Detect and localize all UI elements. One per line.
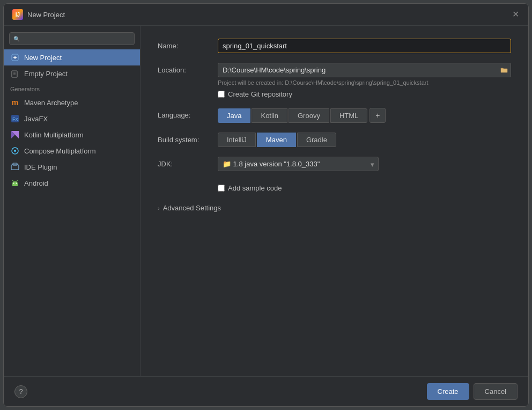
cancel-button[interactable]: Cancel [474,383,518,400]
footer-actions: Create Cancel [427,383,518,400]
create-button[interactable]: Create [427,383,469,400]
location-input[interactable] [218,63,511,77]
help-button[interactable]: ? [14,385,27,398]
sidebar-item-empty-project-label: Empty Project [24,70,68,78]
kotlin-multiplatform-icon [10,130,20,140]
sidebar-item-maven-archetype[interactable]: m Maven Archetype [4,94,140,111]
jdk-label: JDK: [158,157,211,168]
close-button[interactable]: ✕ [511,10,520,19]
advanced-settings-toggle[interactable]: › Advanced Settings [158,202,221,214]
javafx-icon: Fx [10,114,20,123]
app-icon: IJ [12,9,23,20]
location-hint: Project will be created in: D:\Course\HM… [218,79,511,86]
advanced-settings-section: › Advanced Settings [158,202,511,214]
jdk-row: JDK: 📁 1.8 java version "1.8.0_333" [158,157,511,171]
sample-code-field: Add sample code [218,181,511,192]
main-content: Name: Location: [141,26,528,376]
sidebar-item-new-project-label: New Project [24,54,62,62]
build-system-button-group: IntelliJ Maven Gradle [218,133,511,147]
generators-section-label: Generators [4,82,140,94]
sidebar-item-new-project[interactable]: New Project [4,49,140,65]
build-system-row: Build system: IntelliJ Maven Gradle [158,133,511,147]
name-input[interactable] [218,39,511,53]
svg-point-11 [14,150,16,152]
new-project-icon [10,53,20,62]
sidebar-item-ide-plugin-label: IDE Plugin [24,163,57,171]
name-field [218,39,511,53]
sample-code-checkbox-label[interactable]: Add sample code [228,184,282,192]
language-row: Language: Java Kotlin Groovy HTML + [158,108,511,123]
sample-code-label-spacer [158,181,211,184]
title-bar-left: IJ New Project [12,9,65,20]
build-gradle-button[interactable]: Gradle [297,133,336,147]
new-project-dialog: IJ New Project ✕ New Pr [3,3,529,407]
sidebar-item-maven-label: Maven Archetype [24,99,78,107]
intellij-logo: IJ [12,9,23,20]
build-intellij-button[interactable]: IntelliJ [218,133,256,147]
svg-line-16 [13,180,14,181]
build-system-field: IntelliJ Maven Gradle [218,133,511,147]
compose-multiplatform-icon [10,146,20,156]
jdk-field: 📁 1.8 java version "1.8.0_333" [218,157,511,171]
sidebar-item-android-label: Android [24,179,48,187]
content-area: New Project Empty Project Generators m M [4,26,528,376]
language-field: Java Kotlin Groovy HTML + [218,108,511,123]
advanced-chevron-icon: › [158,205,160,211]
git-checkbox[interactable] [218,91,225,98]
language-options-group: Java Kotlin Groovy HTML + [218,108,511,123]
jdk-select[interactable]: 📁 1.8 java version "1.8.0_333" [218,157,379,171]
sidebar-item-android[interactable]: Android [4,175,140,191]
sidebar-item-ide-plugin[interactable]: IDE Plugin [4,159,140,175]
language-button-group: Java Kotlin Groovy HTML [218,108,367,123]
svg-rect-18 [501,69,507,72]
sidebar: New Project Empty Project Generators m M [4,26,141,376]
footer: ? Create Cancel [4,376,528,406]
sidebar-item-compose-label: Compose Multiplatform [24,147,96,155]
location-wrapper [218,63,511,77]
search-wrapper [9,32,135,45]
sidebar-item-kotlin-multiplatform[interactable]: Kotlin Multiplatform [4,127,140,143]
location-label: Location: [158,63,211,74]
language-html-button[interactable]: HTML [330,108,367,123]
sidebar-item-kotlin-label: Kotlin Multiplatform [24,131,84,139]
dialog-title: New Project [27,11,65,19]
git-checkbox-row: Create Git repository [218,90,511,98]
search-input[interactable] [9,32,135,45]
jdk-wrapper: 📁 1.8 java version "1.8.0_333" [218,157,379,171]
ide-plugin-icon [10,162,20,172]
title-bar: IJ New Project ✕ [4,4,528,26]
empty-project-icon [10,69,20,78]
name-label: Name: [158,39,211,50]
advanced-settings-label: Advanced Settings [163,204,221,212]
sample-code-checkbox[interactable] [218,185,225,192]
svg-text:Fx: Fx [12,116,18,122]
browse-folder-button[interactable] [500,66,508,75]
git-checkbox-label[interactable]: Create Git repository [228,90,292,98]
svg-point-14 [13,183,14,184]
add-language-button[interactable]: + [370,108,386,123]
search-box [4,30,140,49]
name-row: Name: [158,39,511,53]
sidebar-item-empty-project[interactable]: Empty Project [4,65,140,82]
language-java-button[interactable]: Java [218,108,250,123]
sample-code-row: Add sample code [158,181,511,192]
svg-point-15 [16,183,17,184]
sidebar-item-javafx[interactable]: Fx JavaFX [4,111,140,127]
android-icon [10,178,20,188]
build-maven-button[interactable]: Maven [257,133,296,147]
sidebar-item-javafx-label: JavaFX [24,115,48,123]
sidebar-item-compose-multiplatform[interactable]: Compose Multiplatform [4,143,140,159]
maven-archetype-icon: m [10,98,20,107]
language-kotlin-button[interactable]: Kotlin [252,108,287,123]
language-label: Language: [158,108,211,119]
location-row: Location: Project will be created in: D:… [158,63,511,98]
location-field: Project will be created in: D:\Course\HM… [218,63,511,98]
build-system-label: Build system: [158,133,211,144]
language-groovy-button[interactable]: Groovy [289,108,329,123]
sample-code-checkbox-row: Add sample code [218,184,511,192]
svg-line-17 [17,180,18,181]
